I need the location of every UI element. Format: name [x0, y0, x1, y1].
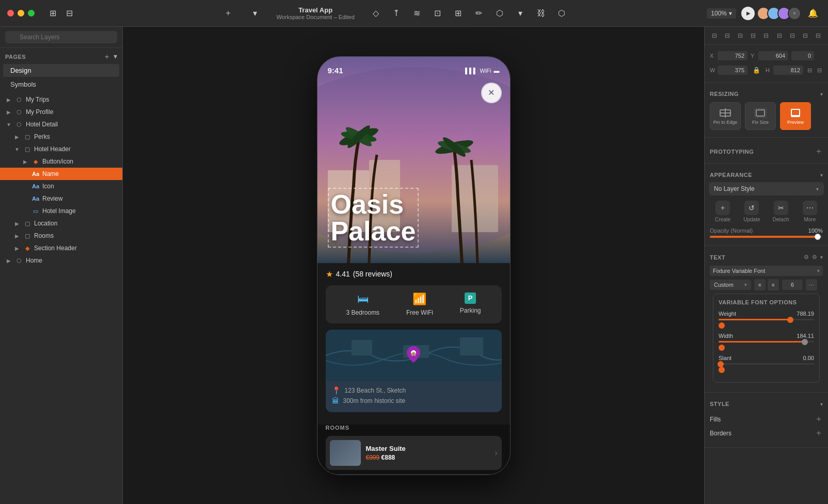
x-input[interactable]: [718, 51, 747, 60]
add-fill-button[interactable]: ＋: [815, 414, 823, 425]
page-symbols[interactable]: Symbols: [3, 78, 119, 91]
appearance-chevron-icon[interactable]: ▾: [820, 172, 823, 178]
distribute-icon[interactable]: ⊟: [787, 30, 798, 41]
layer-home[interactable]: ▶ ⬡ Home: [0, 254, 122, 267]
font-size-dropdown[interactable]: Custom ▾: [710, 280, 751, 290]
layer-section-header[interactable]: ▶ ◆ Section Header: [0, 242, 122, 254]
create-style-button[interactable]: ＋ Create: [710, 201, 736, 222]
expand-icon[interactable]: ▶: [13, 133, 21, 140]
layer-perks[interactable]: ▶ ▢ Perks: [0, 131, 122, 143]
flip2-icon[interactable]: ⊟: [816, 64, 823, 76]
page-design[interactable]: Design: [3, 64, 119, 77]
expand-icon[interactable]: ▶: [5, 96, 12, 103]
layer-icon[interactable]: Aa Icon: [0, 180, 122, 192]
fix-size-option[interactable]: Fix Size: [745, 102, 776, 130]
search-input[interactable]: [5, 31, 117, 43]
text-more-button[interactable]: ⋯: [806, 279, 817, 290]
expand-icon[interactable]: ▶: [5, 108, 12, 116]
frame-icon[interactable]: ⊡: [432, 8, 443, 19]
font-family-dropdown[interactable]: Fixture Variable Font ▾: [710, 266, 823, 276]
upload-icon[interactable]: ⤒: [391, 8, 402, 19]
align-center-icon[interactable]: ⊟: [722, 30, 733, 41]
room-card-double[interactable]: Double Room €235 €123 ›: [326, 474, 502, 475]
diamond-tool-icon[interactable]: ◇: [370, 8, 381, 19]
preview-option[interactable]: Preview: [780, 102, 811, 130]
expand-icon[interactable]: [22, 183, 29, 190]
weight-slider[interactable]: [719, 319, 814, 320]
layer-rooms[interactable]: ▶ ▢ Rooms: [0, 230, 122, 242]
align-left-icon[interactable]: ⊟: [709, 30, 720, 41]
flip-icon[interactable]: ⊟: [806, 64, 813, 76]
add-border-button[interactable]: ＋: [815, 428, 823, 438]
rotation-input[interactable]: [791, 51, 814, 60]
pen-icon[interactable]: ✏: [473, 8, 485, 19]
add-prototype-button[interactable]: ＋: [815, 146, 823, 157]
distribute2-icon[interactable]: ⊟: [800, 30, 811, 41]
style-icon[interactable]: ≋: [411, 8, 423, 19]
layer-my-profile[interactable]: ▶ ⬡ My Profile: [0, 106, 122, 118]
expand-icon[interactable]: ▶: [13, 245, 21, 252]
minimize-window-button[interactable]: [18, 10, 24, 17]
add-page-button[interactable]: ＋: [103, 52, 110, 61]
update-style-button[interactable]: ↺ Update: [739, 201, 765, 222]
layer-name-selected[interactable]: Aa Name: [0, 168, 122, 180]
opacity-slider[interactable]: [710, 236, 823, 238]
y-input[interactable]: [758, 51, 788, 60]
text-chevron-icon[interactable]: ▾: [820, 254, 823, 260]
width-slider[interactable]: [719, 341, 814, 343]
expand-icon[interactable]: ▶: [13, 232, 21, 239]
pin-to-edge-option[interactable]: Pin to Edge: [710, 102, 741, 130]
grid-icon[interactable]: ⊟: [63, 8, 75, 19]
close-window-button[interactable]: [7, 10, 14, 17]
align-right-icon[interactable]: ⊟: [735, 30, 745, 41]
align-bottom-icon[interactable]: ⊟: [774, 30, 785, 41]
expand-icon[interactable]: ▼: [5, 121, 12, 128]
layer-button-icon[interactable]: ▶ ◆ Button/icon: [0, 155, 122, 168]
link-icon[interactable]: ⛓: [535, 8, 547, 19]
mask-icon[interactable]: ⬡: [494, 8, 505, 19]
notification-bell-icon[interactable]: 🔔: [806, 7, 820, 20]
chevron-icon[interactable]: ▾: [515, 8, 526, 19]
expand-icon[interactable]: [22, 195, 29, 202]
align-center-button[interactable]: ≡: [768, 279, 779, 290]
component-icon[interactable]: ⬡: [556, 8, 567, 19]
zoom-control[interactable]: 100% ▾: [707, 8, 736, 19]
more-style-button[interactable]: ⋯ More: [797, 201, 823, 222]
text-style-icon[interactable]: ⚙: [804, 254, 809, 261]
align-left-button[interactable]: ≡: [754, 279, 766, 290]
detach-style-button[interactable]: ✂ Detach: [768, 201, 794, 222]
layer-location[interactable]: ▶ ▢ Location: [0, 217, 122, 230]
h-input[interactable]: [773, 66, 803, 75]
expand-icon[interactable]: [22, 207, 29, 215]
play-button[interactable]: ▶: [741, 7, 755, 20]
padding-icon[interactable]: ⊟: [813, 30, 824, 41]
align-middle-icon[interactable]: ⊟: [761, 30, 772, 41]
room-card-master[interactable]: Master Suite €999 €888 ›: [326, 436, 502, 470]
toolbar-chevron[interactable]: ▾: [249, 8, 261, 19]
maximize-window-button[interactable]: [28, 10, 35, 17]
layer-hotel-header[interactable]: ▼ ▢ Hotel Header: [0, 143, 122, 155]
font-size-input[interactable]: [782, 280, 803, 290]
expand-icon[interactable]: ▶: [5, 257, 12, 264]
lock-icon[interactable]: 🔒: [753, 67, 760, 74]
layer-hotel-detail[interactable]: ▼ ⬡ Hotel Detail: [0, 118, 122, 131]
pages-chevron-icon[interactable]: ▾: [114, 52, 117, 61]
more-avatars[interactable]: +: [788, 7, 801, 20]
resizing-chevron-icon[interactable]: ▾: [820, 91, 823, 97]
slant-slider[interactable]: [719, 363, 814, 365]
resize-icon[interactable]: ⊞: [453, 8, 464, 19]
canvas[interactable]: 9:41 ▌▌▌ WiFi ▬ ✕ Oasis: [123, 27, 704, 504]
add-layer-button[interactable]: ＋: [222, 8, 234, 19]
expand-icon[interactable]: ▼: [13, 145, 21, 153]
expand-icon[interactable]: ▶: [22, 158, 29, 165]
layer-hotel-image[interactable]: ▭ Hotel Image: [0, 205, 122, 217]
style-chevron-icon[interactable]: ▾: [820, 401, 823, 407]
layer-style-dropdown[interactable]: No Layer Style ▾: [709, 182, 824, 196]
layer-review[interactable]: Aa Review: [0, 192, 122, 205]
align-top-icon[interactable]: ⊟: [748, 30, 759, 41]
close-button[interactable]: ✕: [481, 83, 502, 103]
w-input[interactable]: [718, 66, 747, 75]
expand-icon[interactable]: [22, 170, 29, 177]
layer-my-trips[interactable]: ▶ ⬡ My Trips: [0, 93, 122, 106]
layout-icon[interactable]: ⊞: [47, 8, 58, 19]
